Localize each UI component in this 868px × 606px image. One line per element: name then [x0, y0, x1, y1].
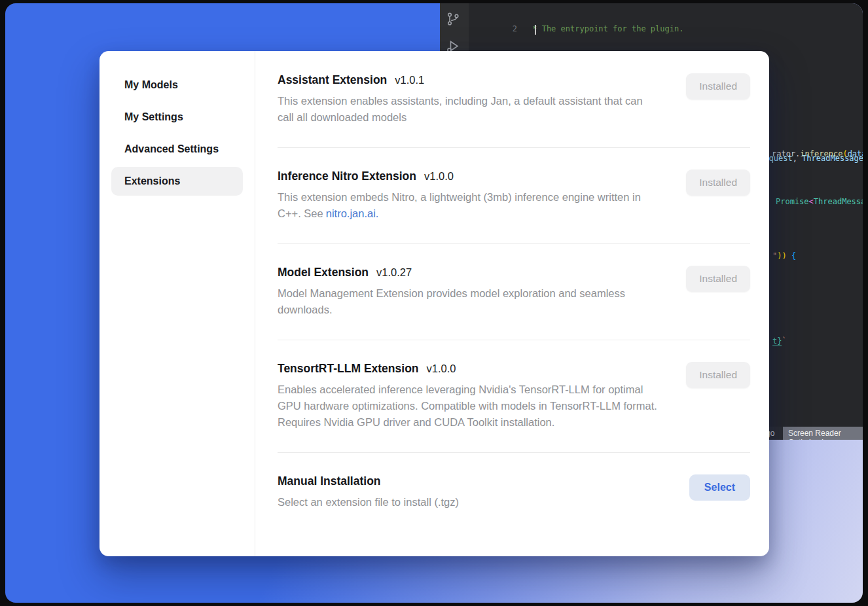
extension-description: This extension enables assistants, inclu… [278, 93, 657, 126]
code-comment: * The entrypoint for the plugin. [528, 24, 683, 33]
installed-button[interactable]: Installed [686, 362, 750, 388]
screen-reader-badge[interactable]: Screen Reader Optimized [783, 427, 863, 440]
extension-row-assistant: Assistant Extension v1.0.1 This extensio… [278, 73, 750, 148]
extension-title: Inference Nitro Extension [278, 169, 416, 183]
sidebar-item-label: My Settings [124, 111, 183, 123]
extension-description: Enables accelerated inference leveraging… [278, 382, 657, 431]
nitro-link[interactable]: nitro.jan.ai. [326, 207, 379, 219]
installed-button[interactable]: Installed [686, 73, 750, 99]
manual-installation-description: Select an extension file to install (.tg… [278, 494, 459, 510]
extension-description: This extension embeds Nitro, a lightweig… [278, 189, 654, 222]
extension-version: v1.0.1 [395, 74, 424, 86]
extension-row-inference-nitro: Inference Nitro Extension v1.0.0 This ex… [278, 148, 750, 244]
code-fragment-inference: rator.inference(data)); [772, 149, 863, 158]
sidebar-item-advanced-settings[interactable]: Advanced Settings [111, 135, 243, 164]
sidebar-item-extensions[interactable]: Extensions [111, 167, 243, 196]
code-fragment-promise: Promise<ThreadMessage> [776, 197, 863, 206]
sidebar-item-label: My Models [124, 79, 178, 91]
settings-sidebar: My Models My Settings Advanced Settings … [99, 51, 255, 556]
extension-row-tensorrt-llm: TensortRT-LLM Extension v1.0.0 Enables a… [278, 340, 750, 453]
sidebar-item-my-settings[interactable]: My Settings [111, 103, 243, 132]
extension-description: Model Management Extension provides mode… [278, 285, 628, 318]
settings-modal: My Models My Settings Advanced Settings … [99, 51, 769, 556]
manual-installation-row: Manual Installation Select an extension … [278, 453, 750, 532]
sidebar-item-label: Advanced Settings [124, 143, 219, 155]
extension-version: v1.0.0 [424, 170, 454, 183]
git-branch-icon[interactable] [445, 11, 461, 27]
extension-version: v1.0.0 [427, 363, 456, 375]
app-window: 2 * The entrypoint for the plugin. 3 */ … [5, 3, 863, 603]
screenshot: 2 * The entrypoint for the plugin. 3 */ … [0, 0, 868, 606]
sidebar-item-my-models[interactable]: My Models [111, 71, 243, 99]
extension-title: Model Extension [278, 266, 369, 279]
code-fragment-braces: ")) { [772, 251, 796, 260]
extensions-list: Assistant Extension v1.0.1 This extensio… [255, 51, 769, 556]
select-file-button[interactable]: Select [689, 474, 750, 501]
extension-version: v1.0.27 [376, 266, 412, 279]
extension-row-model: Model Extension v1.0.27 Model Management… [278, 244, 750, 340]
code-fragment-template-end: t}` [772, 336, 787, 346]
extension-title: Assistant Extension [278, 73, 387, 87]
installed-button[interactable]: Installed [686, 266, 750, 292]
manual-installation-title: Manual Installation [278, 474, 381, 488]
sidebar-item-label: Extensions [124, 175, 180, 187]
line-number: 2 [469, 24, 528, 35]
text-cursor [535, 25, 536, 35]
installed-button[interactable]: Installed [686, 169, 750, 196]
extension-title: TensortRT-LLM Extension [278, 362, 419, 376]
